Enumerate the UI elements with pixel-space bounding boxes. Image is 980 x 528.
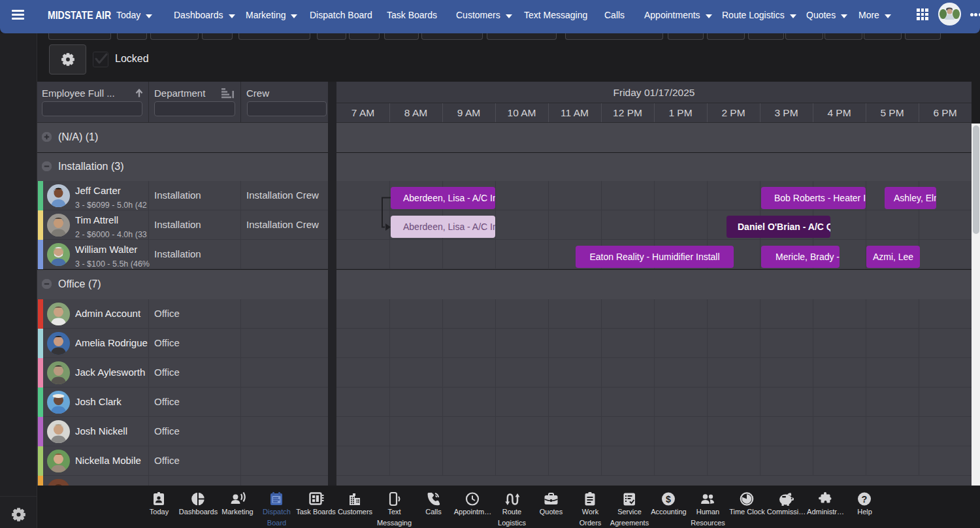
svg-text:$: $ — [666, 494, 671, 504]
svg-text:?: ? — [861, 494, 867, 504]
